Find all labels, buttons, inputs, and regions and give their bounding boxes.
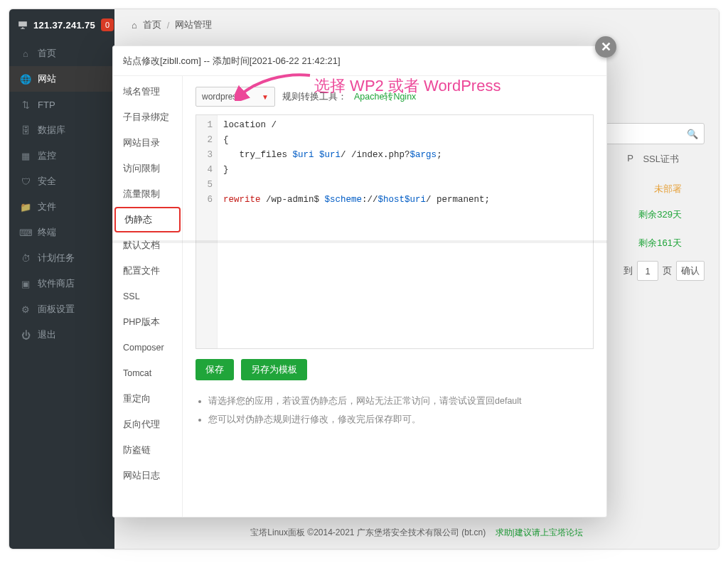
- sidebar-item-ftp[interactable]: ⇅FTP: [9, 92, 114, 117]
- page-number-input[interactable]: 1: [637, 261, 658, 281]
- sidebar-item-label: 数据库: [38, 124, 65, 136]
- gear-icon: ⚙: [21, 304, 31, 314]
- editor-code[interactable]: location / { try_files $uri $uri/ /index…: [218, 115, 593, 348]
- clock-icon: ⏱: [21, 253, 31, 263]
- monitor-icon: ▦: [21, 151, 31, 161]
- sidebar-item-label: 文件: [38, 200, 56, 213]
- home-icon: ⌂: [21, 48, 31, 58]
- shield-icon: 🛡: [21, 176, 31, 186]
- tab-8[interactable]: SSL: [113, 284, 182, 309]
- tab-0[interactable]: 域名管理: [113, 79, 182, 105]
- folder-icon: 📁: [21, 202, 31, 212]
- modal-tabs: 域名管理子目录绑定网站目录访问限制流量限制伪静态默认文档配置文件SSLPHP版本…: [113, 76, 183, 517]
- tab-4[interactable]: 流量限制: [113, 181, 182, 207]
- sidebar-item-clock[interactable]: ⏱计划任务: [9, 245, 114, 271]
- tab-10[interactable]: Composer: [113, 335, 182, 360]
- sidebar-item-apps[interactable]: ▣软件商店: [9, 271, 114, 296]
- tab-3[interactable]: 访问限制: [113, 156, 182, 181]
- tab-5[interactable]: 伪静态: [114, 207, 181, 232]
- chevron-down-icon: ▼: [262, 93, 269, 101]
- hint-item: 您可以对伪静态规则进行修改，修改完后保存即可。: [208, 410, 594, 429]
- terminal-icon: ⌨: [21, 227, 31, 237]
- sidebar-item-terminal[interactable]: ⌨终端: [9, 220, 114, 245]
- tab-2[interactable]: 网站目录: [113, 130, 182, 156]
- tab-11[interactable]: Tomcat: [113, 360, 182, 386]
- sidebar-item-globe[interactable]: 🌐网站: [9, 66, 114, 92]
- tab-6[interactable]: 默认文档: [113, 232, 182, 258]
- tab-1[interactable]: 子目录绑定: [113, 105, 182, 130]
- sidebar-item-label: 首页: [38, 47, 56, 60]
- site-edit-modal: ✕ 站点修改[zibll.com] -- 添加时间[2021-06-22 21:…: [112, 45, 607, 518]
- footer-link[interactable]: 求助|建议请上宝塔论坛: [496, 527, 583, 537]
- breadcrumb: ⌂ 首页 / 网站管理: [114, 9, 719, 41]
- sidebar-item-label: 软件商店: [38, 277, 75, 290]
- ssl-value[interactable]: 剩余329天: [638, 208, 682, 221]
- breadcrumb-sep: /: [167, 20, 170, 31]
- sidebar-item-label: FTP: [38, 100, 55, 110]
- sidebar-item-label: 监控: [38, 149, 56, 162]
- tab-15[interactable]: 网站日志: [113, 463, 182, 488]
- sidebar-item-label: 计划任务: [38, 252, 75, 264]
- sidebar-item-label: 终端: [38, 226, 56, 239]
- notif-badge[interactable]: 0: [101, 18, 114, 31]
- dropdown-value: wordpress: [202, 92, 241, 102]
- sidebar-item-label: 面板设置: [38, 303, 75, 316]
- col-php: P: [627, 153, 633, 164]
- sidebar-item-home[interactable]: ⌂首页: [9, 41, 114, 66]
- sidebar-item-monitor[interactable]: ▦监控: [9, 143, 114, 168]
- sidebar-item-folder[interactable]: 📁文件: [9, 194, 114, 220]
- exit-icon: ⏻: [21, 330, 31, 340]
- save-button[interactable]: 保存: [196, 359, 234, 380]
- rewrite-rules-editor[interactable]: 123456 location / { try_files $uri $uri/…: [196, 114, 594, 349]
- tab-9[interactable]: PHP版本: [113, 309, 182, 335]
- sidebar-item-label: 退出: [38, 328, 56, 341]
- ftp-icon: ⇅: [21, 100, 31, 109]
- sidebar-header: 121.37.241.75 0: [9, 9, 114, 41]
- ssl-value[interactable]: 未部署: [654, 183, 682, 195]
- pager-to: 到: [623, 264, 633, 277]
- pagination: 到 1 页 确认: [623, 261, 705, 281]
- tool-label: 规则转换工具：: [282, 91, 347, 103]
- modal-title: 站点修改[zibll.com] -- 添加时间[2021-06-22 21:42…: [113, 46, 606, 76]
- home-icon: ⌂: [132, 20, 137, 31]
- sidebar-item-exit[interactable]: ⏻退出: [9, 322, 114, 348]
- tab-7[interactable]: 配置文件: [113, 258, 182, 284]
- tab-12[interactable]: 重定向: [113, 386, 182, 412]
- monitor-icon: [18, 20, 28, 30]
- breadcrumb-current: 网站管理: [175, 18, 212, 31]
- apache-to-nginx-link[interactable]: Apache转Nginx: [354, 91, 416, 103]
- breadcrumb-home[interactable]: 首页: [143, 18, 161, 31]
- sidebar: 121.37.241.75 0 ⌂首页🌐网站⇅FTP🗄数据库▦监控🛡安全📁文件⌨…: [9, 9, 114, 549]
- tab-13[interactable]: 反向代理: [113, 412, 182, 437]
- footer-copy: 宝塔Linux面板 ©2014-2021 广东堡塔安全技术有限公司 (bt.cn…: [250, 527, 486, 537]
- save-as-template-button[interactable]: 另存为模板: [241, 359, 307, 380]
- rewrite-template-select[interactable]: wordpress ▼: [196, 87, 275, 107]
- pager-confirm[interactable]: 确认: [676, 261, 705, 281]
- hints: 请选择您的应用，若设置伪静态后，网站无法正常访问，请尝试设置回default 您…: [196, 392, 594, 429]
- search-input[interactable]: 🔍: [601, 123, 705, 144]
- search-icon: 🔍: [687, 129, 698, 139]
- hint-item: 请选择您的应用，若设置伪静态后，网站无法正常访问，请尝试设置回default: [208, 392, 594, 410]
- modal-shadow: [112, 240, 607, 243]
- editor-gutter: 123456: [196, 115, 218, 348]
- sidebar-item-gear[interactable]: ⚙面板设置: [9, 296, 114, 322]
- sidebar-item-label: 网站: [38, 73, 56, 85]
- footer: 宝塔Linux面板 ©2014-2021 广东堡塔安全技术有限公司 (bt.cn…: [114, 517, 719, 549]
- sidebar-item-db[interactable]: 🗄数据库: [9, 117, 114, 143]
- apps-icon: ▣: [21, 279, 31, 289]
- sidebar-item-shield[interactable]: 🛡安全: [9, 168, 114, 194]
- server-ip: 121.37.241.75: [33, 20, 95, 31]
- modal-content: wordpress ▼ 规则转换工具： Apache转Nginx 123456 …: [183, 76, 606, 517]
- db-icon: 🗄: [21, 125, 31, 135]
- col-ssl: SSL证书: [643, 153, 679, 166]
- ssl-value[interactable]: 剩余161天: [638, 237, 682, 250]
- close-icon[interactable]: ✕: [595, 36, 616, 58]
- sidebar-item-label: 安全: [38, 175, 56, 188]
- tab-14[interactable]: 防盗链: [113, 437, 182, 463]
- pager-page: 页: [663, 264, 672, 277]
- globe-icon: 🌐: [21, 74, 31, 84]
